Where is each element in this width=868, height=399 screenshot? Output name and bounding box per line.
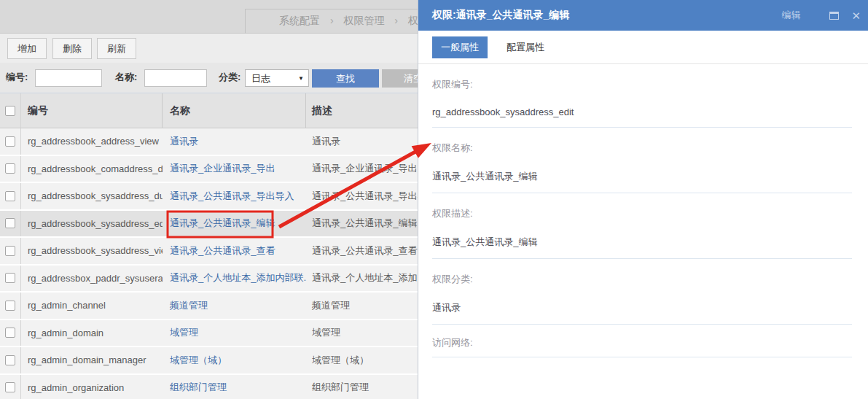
close-icon[interactable]: ✕: [851, 10, 861, 21]
search-button[interactable]: 查找: [312, 69, 379, 88]
permission-name-value: 通讯录_公共通讯录_编辑: [432, 170, 852, 183]
breadcrumb-separator: ›: [330, 15, 334, 26]
permission-id: rg_admin_domain_manager: [21, 347, 163, 373]
header-name: 名称: [163, 93, 306, 128]
permission-name-link[interactable]: 通讯录_企业通讯录_导出: [170, 162, 275, 175]
refresh-button[interactable]: 刷新: [97, 38, 136, 59]
permission-id: rg_addressbook_sysaddress_du...: [21, 183, 163, 209]
permission-detail-panel: 权限:通讯录_公共通讯录_编辑 编辑 ✕ 一般属性 配置属性 权限编号: rg_…: [418, 0, 868, 399]
select-all-checkbox[interactable]: [5, 106, 15, 116]
field-permission-category: 权限分类: 通讯录: [432, 259, 852, 325]
permission-desc-value: 通讯录_公共通讯录_编辑: [432, 236, 852, 249]
permission-id: rg_addressbook_address_view: [21, 128, 163, 155]
category-select-value: 日志: [251, 73, 270, 84]
chevron-down-icon: ▼: [298, 75, 304, 82]
filter-category-label: 分类:: [219, 71, 241, 84]
permission-id: rg_addressbox_paddr_sysusera...: [21, 266, 163, 292]
panel-tabs: 一般属性 配置属性: [418, 31, 868, 64]
permission-name-link[interactable]: 通讯录_公共通讯录_导出导入: [170, 190, 294, 203]
permission-name-link[interactable]: 组织部门管理: [170, 381, 227, 394]
breadcrumb-item-permission-mgmt[interactable]: 权限管理: [343, 15, 384, 26]
panel-header: 权限:通讯录_公共通讯录_编辑 编辑 ✕: [418, 0, 868, 31]
edit-link[interactable]: 编辑: [781, 9, 800, 22]
delete-button[interactable]: 删除: [52, 38, 92, 59]
filter-id-input[interactable]: [35, 69, 102, 87]
row-checkbox[interactable]: [5, 382, 15, 392]
filter-name-label: 名称:: [115, 71, 137, 84]
permission-name-link[interactable]: 通讯录_个人地址本_添加内部联...: [170, 271, 306, 284]
breadcrumb-separator: ›: [394, 15, 398, 26]
category-select[interactable]: 日志 ▼: [245, 69, 309, 87]
tab-config-properties[interactable]: 配置属性: [498, 36, 553, 58]
permission-name-link[interactable]: 通讯录_公共通讯录_编辑: [170, 217, 275, 230]
row-checkbox[interactable]: [5, 218, 15, 228]
access-network-label: 访问网络:: [432, 336, 852, 349]
row-checkbox[interactable]: [5, 273, 15, 283]
row-checkbox[interactable]: [5, 355, 15, 365]
permission-id: rg_addressbook_comaddress_d...: [21, 156, 163, 182]
tab-general-properties[interactable]: 一般属性: [432, 36, 488, 58]
permission-name-link[interactable]: 频道管理: [170, 299, 208, 312]
field-permission-code: 权限编号: rg_addressbook_sysaddress_edit: [432, 64, 852, 128]
row-checkbox[interactable]: [5, 136, 15, 147]
row-checkbox[interactable]: [5, 163, 15, 174]
row-checkbox[interactable]: [5, 246, 15, 256]
permission-id: rg_admin_organization: [21, 375, 163, 399]
filter-name-input[interactable]: [144, 69, 207, 87]
field-permission-name: 权限名称: 通讯录_公共通讯录_编辑: [432, 128, 852, 193]
permission-name-label: 权限名称:: [432, 142, 852, 155]
permission-code-value: rg_addressbook_sysaddress_edit: [432, 106, 852, 117]
permission-name-link[interactable]: 域管理: [170, 326, 198, 339]
field-permission-desc: 权限描述: 通讯录_公共通讯录_编辑: [432, 193, 852, 259]
panel-body: 权限编号: rg_addressbook_sysaddress_edit 权限名…: [418, 64, 868, 357]
permission-name-link[interactable]: 通讯录: [170, 135, 198, 148]
permission-id: rg_admin_domain: [21, 320, 163, 346]
maximize-icon[interactable]: [829, 12, 839, 20]
row-checkbox[interactable]: [5, 301, 15, 311]
field-access-network: 访问网络:: [432, 325, 852, 357]
panel-title: 权限:通讯录_公共通讯录_编辑: [432, 9, 781, 22]
permission-id: rg_admin_channel: [21, 293, 163, 319]
permission-name-link[interactable]: 通讯录_公共通讯录_查看: [170, 244, 275, 257]
add-button[interactable]: 增加: [7, 38, 47, 59]
row-checkbox[interactable]: [5, 191, 15, 201]
row-checkbox[interactable]: [5, 328, 15, 338]
permission-name-link[interactable]: 域管理（域）: [170, 354, 227, 367]
permission-code-label: 权限编号:: [432, 78, 852, 91]
permission-id: rg_addressbook_sysaddress_view: [21, 238, 163, 264]
header-id: 编号: [21, 93, 163, 128]
permission-category-value: 通讯录: [432, 301, 852, 314]
filter-id-label: 编号:: [6, 71, 28, 84]
permission-desc-label: 权限描述:: [432, 207, 852, 220]
permission-category-label: 权限分类:: [432, 273, 852, 286]
breadcrumb-item-system-config[interactable]: 系统配置: [279, 15, 320, 26]
permission-id: rg_addressbook_sysaddress_edit: [21, 211, 163, 237]
permission-settings-screen: 系统配置 › 权限管理 › 权限设置 增加 删除 刷新 编号: 名称: 分类: …: [0, 0, 868, 399]
